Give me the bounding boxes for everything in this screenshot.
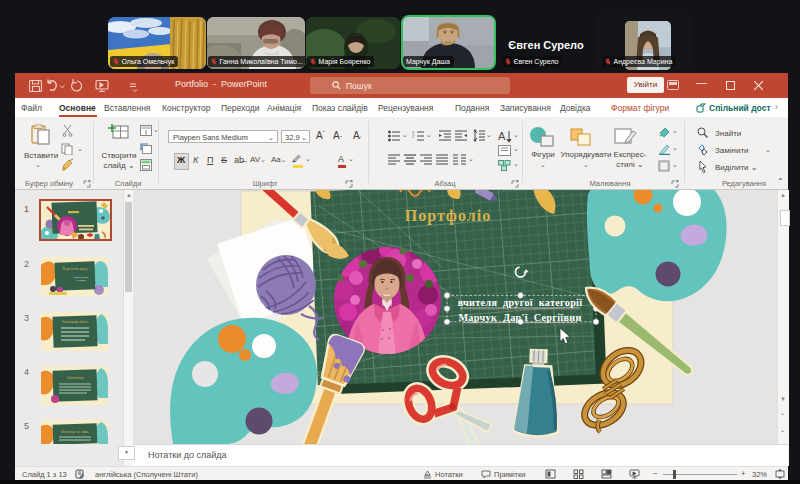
svg-text:Портфоліо: Портфоліо (405, 207, 491, 225)
svg-text:Світогляд: Світогляд (67, 375, 84, 380)
svg-text:2: 2 (412, 134, 415, 139)
svg-text:у її руках: у її руках (76, 279, 86, 282)
svg-text:Освіта-це не лише: Освіта-це не лише (61, 430, 90, 434)
svg-text:вчителя другої категорії: вчителя другої категорії (458, 297, 583, 308)
svg-text:A: A (498, 130, 506, 142)
svg-text:Умови професійного: Умови професійного (62, 320, 89, 324)
svg-text:Педагогічне кредо: Педагогічне кредо (63, 267, 88, 271)
